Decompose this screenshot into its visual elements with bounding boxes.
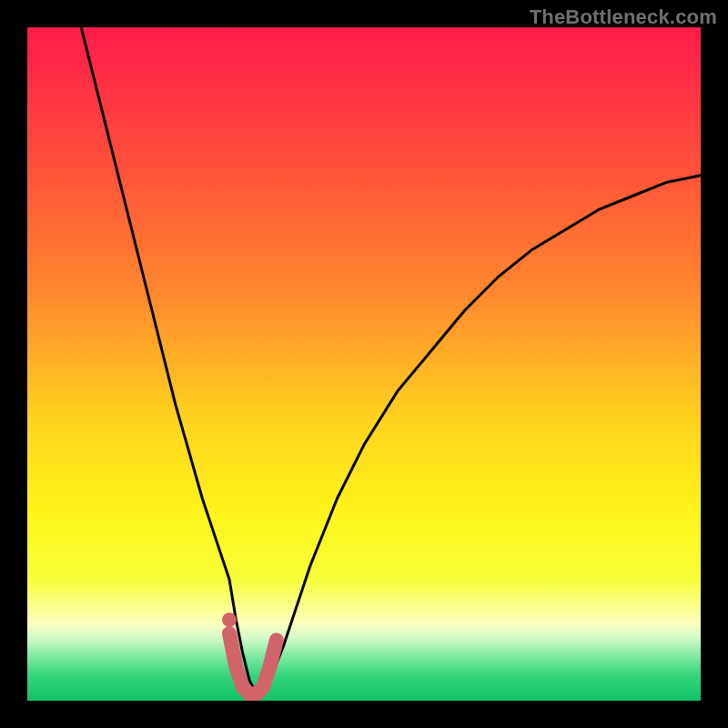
- chart-frame: [27, 27, 701, 701]
- highlight-dot: [222, 612, 237, 627]
- watermark-text: TheBottleneck.com: [530, 5, 717, 29]
- chart-background: [27, 27, 701, 701]
- bottleneck-chart: [27, 27, 701, 701]
